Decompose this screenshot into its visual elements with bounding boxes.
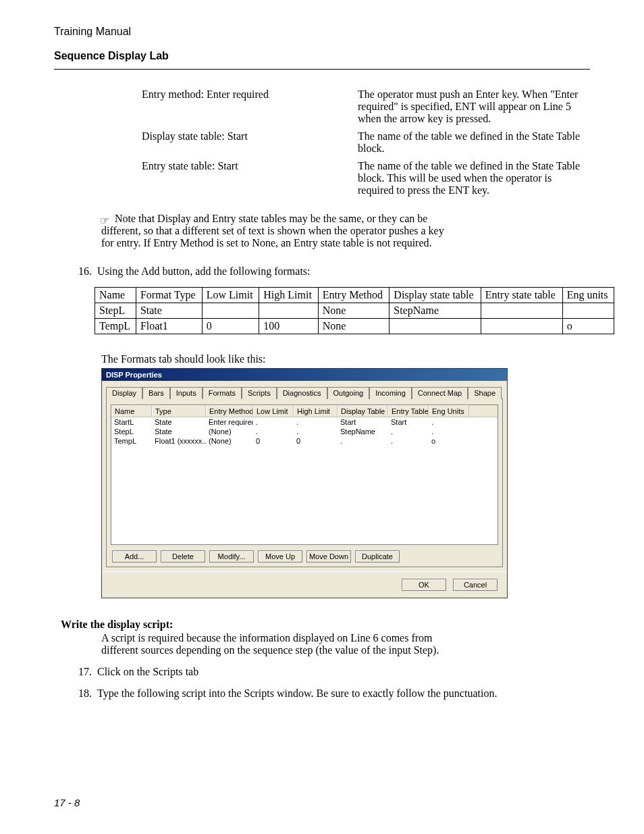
delete-button[interactable]: Delete: [161, 550, 205, 563]
cell: None: [318, 303, 390, 319]
lv-cell: State: [152, 417, 206, 427]
lv-cell: 0: [294, 436, 338, 446]
tab-diagnostics[interactable]: Diagnostics: [277, 387, 327, 399]
tab-display[interactable]: Display: [106, 387, 142, 399]
cell: 0: [202, 319, 259, 334]
lv-col-low-limit[interactable]: Low Limit: [253, 405, 294, 417]
tab-shape[interactable]: Shape: [468, 387, 502, 399]
config-right: The name of the table we defined in the …: [358, 160, 590, 197]
tab-incoming[interactable]: Incoming: [369, 387, 412, 399]
step-text: Type the following script into the Scrip…: [97, 687, 497, 699]
list-item[interactable]: StartL State Enter required . . Start St…: [111, 417, 498, 427]
col-header: Low Limit: [202, 288, 259, 303]
tab-formats[interactable]: Formats: [203, 387, 242, 399]
disp-properties-dialog: DISP Properties Display Bars Inputs Form…: [101, 368, 508, 598]
step-text: Click on the Scripts tab: [97, 666, 198, 677]
lv-cell: (None): [206, 427, 253, 436]
cell: Float1: [136, 319, 202, 334]
lv-col-entry-method[interactable]: Entry Method: [206, 405, 253, 417]
listview-header: Name Type Entry Method Low Limit High Li…: [111, 405, 498, 417]
lv-cell: .: [429, 417, 469, 427]
config-left: Display state table: Start: [142, 130, 358, 155]
cell: [481, 319, 562, 334]
tab-scripts[interactable]: Scripts: [242, 387, 277, 399]
cell: [259, 303, 318, 319]
cell: [202, 303, 259, 319]
table-row: TempL Float1 0 100 None o: [95, 319, 614, 334]
cell: [481, 303, 562, 319]
tab-outgoing[interactable]: Outgoing: [327, 387, 370, 399]
step-16: 16.Using the Add button, add the followi…: [78, 265, 551, 278]
duplicate-button[interactable]: Duplicate: [355, 550, 400, 563]
tab-connect-map[interactable]: Connect Map: [412, 387, 468, 399]
step-18: 18.Type the following script into the Sc…: [78, 687, 551, 700]
tab-row: Display Bars Inputs Formats Scripts Diag…: [102, 381, 507, 398]
lv-cell: Start: [338, 417, 388, 427]
note-block: ☞ Note that Display and Entry state tabl…: [101, 213, 452, 249]
step-number: 16.: [78, 265, 97, 278]
write-script-heading: Write the display script:: [61, 619, 590, 631]
ok-button[interactable]: OK: [402, 579, 446, 591]
lv-cell: 0: [253, 436, 294, 446]
lv-col-eng-units[interactable]: Eng Units: [429, 405, 469, 417]
config-row: Entry method: Enter required The operato…: [142, 88, 590, 125]
col-header: High Limit: [259, 288, 318, 303]
formats-listview[interactable]: Name Type Entry Method Low Limit High Li…: [111, 405, 498, 545]
formats-table: Name Format Type Low Limit High Limit En…: [95, 287, 614, 334]
list-item[interactable]: StepL State (None) . . StepName . .: [111, 427, 498, 436]
step-number: 18.: [78, 687, 97, 700]
lv-cell: StartL: [111, 417, 152, 427]
lv-col-entry-table[interactable]: Entry Table: [388, 405, 429, 417]
dialog-footer: OK Cancel: [102, 571, 507, 598]
lv-cell: StepName: [338, 427, 388, 436]
pointing-hand-icon: ☞: [100, 214, 109, 227]
lv-cell: (None): [206, 436, 253, 446]
lv-cell: .: [253, 417, 294, 427]
step-text: Using the Add button, add the following …: [97, 265, 311, 277]
lv-col-display-table[interactable]: Display Table: [338, 405, 388, 417]
lv-cell: Enter required: [206, 417, 253, 427]
lv-cell: .: [429, 427, 469, 436]
step-17: 17.Click on the Scripts tab: [78, 666, 551, 678]
table-header-row: Name Format Type Low Limit High Limit En…: [95, 288, 614, 303]
table-row: StepL State None StepName: [95, 303, 614, 319]
col-header: Display state table: [390, 288, 481, 303]
lv-col-name[interactable]: Name: [111, 405, 152, 417]
lv-cell: .: [253, 427, 294, 436]
lv-cell: o: [429, 436, 469, 446]
lv-cell: State: [152, 427, 206, 436]
write-script-body: A script is required because the informa…: [101, 632, 452, 656]
col-header: Name: [95, 288, 136, 303]
tab-pane: Name Type Entry Method Low Limit High Li…: [106, 398, 503, 567]
config-row: Display state table: Start The name of t…: [142, 130, 590, 155]
cell: [390, 319, 481, 334]
lv-col-high-limit[interactable]: High Limit: [294, 405, 338, 417]
note-text: Note that Display and Entry state tables…: [101, 213, 452, 249]
tab-bars[interactable]: Bars: [142, 387, 170, 399]
tab-caption: The Formats tab should look like this:: [101, 353, 590, 365]
cell: StepL: [95, 303, 136, 319]
list-item[interactable]: TempL Float1 (xxxxxx... (None) 0 0 . . o: [111, 436, 498, 446]
col-header: Eng units: [562, 288, 614, 303]
dialog-title: DISP Properties: [102, 369, 507, 381]
move-down-button[interactable]: Move Down: [306, 550, 351, 563]
config-right: The operator must push an Enter key. Whe…: [358, 88, 590, 125]
header-manual: Training Manual: [54, 26, 590, 38]
cancel-button[interactable]: Cancel: [453, 579, 498, 591]
move-up-button[interactable]: Move Up: [258, 550, 302, 563]
add-button[interactable]: Add...: [112, 550, 157, 563]
modify-button[interactable]: Modify...: [209, 550, 254, 563]
button-row: Add... Delete Modify... Move Up Move Dow…: [111, 550, 498, 563]
lv-cell: Start: [388, 417, 429, 427]
header-lab: Sequence Display Lab: [54, 50, 590, 62]
col-header: Entry Method: [318, 288, 390, 303]
cell: o: [562, 319, 614, 334]
lv-cell: .: [388, 436, 429, 446]
lv-col-type[interactable]: Type: [152, 405, 206, 417]
tab-inputs[interactable]: Inputs: [170, 387, 203, 399]
lv-cell: Float1 (xxxxxx...: [152, 436, 206, 446]
lv-cell: .: [294, 427, 338, 436]
step-number: 17.: [78, 666, 97, 678]
lv-cell: TempL: [111, 436, 152, 446]
col-header: Format Type: [136, 288, 202, 303]
